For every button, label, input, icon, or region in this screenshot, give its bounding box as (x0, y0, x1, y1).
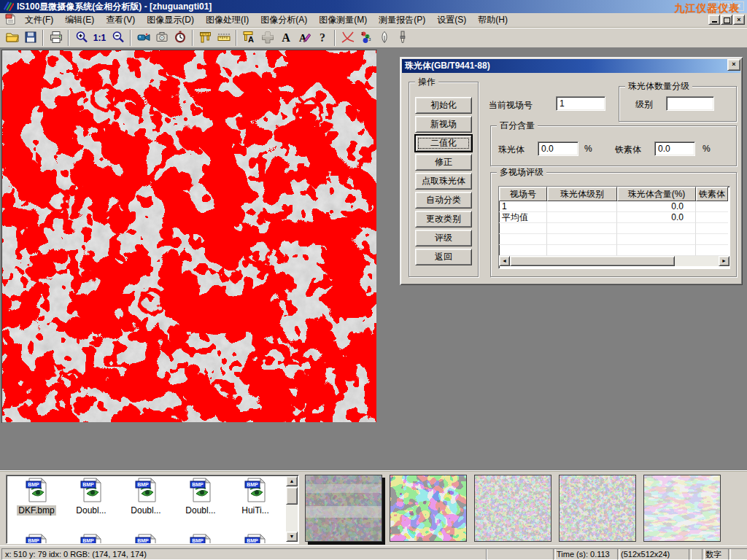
column-header-pearlite[interactable]: 珠光体含量(%) (617, 187, 696, 201)
restore-button[interactable] (721, 1, 732, 11)
return-button[interactable]: 返回 (415, 249, 472, 265)
menu-image-analysis[interactable]: 图像分析(A) (255, 12, 313, 28)
new-field-button[interactable]: 新视场 (415, 116, 472, 133)
pearlite-percent-input[interactable] (538, 141, 578, 156)
caliper-measure-button[interactable] (196, 29, 214, 47)
scrollbar-thumb[interactable] (286, 487, 298, 505)
menu-image-processing[interactable]: 图像处理(I) (200, 12, 255, 28)
column-header-ferrite[interactable]: 铁素体 (696, 187, 728, 201)
pen-icon (377, 30, 392, 47)
file-name: HuiTi... (240, 505, 271, 516)
mdi-restore-button[interactable] (721, 15, 732, 25)
photo-camera-icon (155, 30, 169, 47)
scrollbar-track[interactable] (675, 256, 719, 266)
brush-tool-button[interactable] (393, 29, 411, 47)
insert-text-button[interactable]: A (276, 29, 295, 47)
grade-button[interactable]: 评级 (415, 230, 472, 246)
clock-icon (173, 30, 187, 47)
scrollbar-thumb[interactable] (510, 256, 675, 266)
file-item[interactable]: BMP (228, 534, 282, 544)
table-row[interactable]: 平均值 0.0 (499, 212, 729, 223)
minimize-button[interactable] (708, 1, 719, 11)
ferrite-percent-input[interactable] (654, 141, 695, 156)
scroll-right-button[interactable]: ► (719, 256, 729, 266)
file-list: BMP DKF.bmp BMP Doubl... BMP Doubl... BM… (6, 475, 299, 544)
column-header-grade[interactable]: 珠光体级别 (547, 187, 617, 201)
menu-image-measure[interactable]: 图像测量(M) (313, 12, 373, 28)
multifield-group: 多视场评级 视场号 珠光体级别 珠光体含量(%) 铁素体 1 0.0 (490, 172, 737, 277)
file-item[interactable]: BMP DKF.bmp (9, 478, 63, 516)
table-row-empty[interactable] (499, 234, 729, 245)
svg-text:3: 3 (368, 37, 371, 42)
file-item[interactable]: BMP (174, 534, 228, 544)
file-list-scrollbar: ▲ ▼ (286, 476, 298, 542)
close-button[interactable]: × (733, 1, 744, 11)
thumbnail-2[interactable] (390, 475, 467, 542)
grade-input[interactable] (666, 96, 714, 111)
ruler-button[interactable] (214, 29, 233, 47)
menu-file[interactable]: 文件(F) (19, 12, 59, 28)
annotate-button[interactable]: A (295, 29, 313, 47)
scroll-left-button[interactable]: ◄ (499, 256, 510, 266)
pick-pearlite-button[interactable]: 点取珠光体 (415, 173, 472, 190)
thumbnail-5[interactable] (643, 475, 721, 542)
file-item[interactable]: BMP (64, 534, 118, 544)
file-item[interactable]: BMP (9, 534, 63, 544)
binarize-button[interactable]: 二值化 (415, 135, 472, 152)
question-mark-icon: ? (315, 30, 330, 47)
mdi-minimize-button[interactable] (708, 15, 720, 25)
pen-tool-button[interactable] (375, 29, 393, 47)
zoom-in-button[interactable] (72, 29, 90, 47)
merge-button[interactable] (258, 29, 276, 47)
menu-help[interactable]: 帮助(H) (472, 12, 514, 28)
mdi-workspace: 珠光体(GB/T9441-88) × 操作 初始化 新视场 二值化 修正 点取珠… (0, 48, 747, 470)
svg-text:BMP: BMP (82, 538, 94, 543)
video-capture-button[interactable] (134, 29, 152, 47)
micrograph-image[interactable] (1, 50, 377, 423)
svg-text:BMP: BMP (247, 482, 258, 487)
svg-text:A: A (282, 31, 290, 43)
file-item[interactable]: BMP Doubl... (64, 478, 118, 516)
scroll-down-button[interactable]: ▼ (286, 532, 298, 542)
help-button[interactable]: ? (313, 29, 331, 47)
table-row-empty[interactable] (499, 245, 729, 256)
svg-text:1: 1 (361, 31, 363, 36)
menu-measure-report[interactable]: 测量报告(P) (373, 12, 431, 28)
main-toolbar: 1:1 A A A ? 123 (0, 28, 747, 48)
table-row-empty[interactable] (499, 223, 729, 234)
dialog-close-button[interactable]: × (727, 59, 740, 71)
document-icon[interactable] (4, 13, 16, 27)
bmp-file-icon: BMP (134, 534, 158, 544)
table-row[interactable]: 1 0.0 (499, 201, 729, 212)
cell-pearlite: 0.0 (617, 212, 696, 223)
menu-edit[interactable]: 编辑(E) (59, 12, 100, 28)
spline-tool-button[interactable] (338, 29, 357, 47)
change-class-button[interactable]: 更改类别 (415, 211, 472, 228)
file-item[interactable]: BMP Doubl... (119, 478, 173, 516)
open-button[interactable] (3, 29, 21, 47)
file-item[interactable]: BMP HuiTi... (228, 478, 282, 516)
menu-view[interactable]: 查看(V) (100, 12, 141, 28)
menu-settings[interactable]: 设置(S) (431, 12, 472, 28)
mdi-close-button[interactable]: × (733, 15, 745, 25)
thumbnail-1[interactable] (305, 475, 382, 542)
auto-classify-button[interactable]: 自动分类 (415, 192, 472, 209)
correct-button[interactable]: 修正 (415, 154, 472, 171)
current-field-input[interactable] (556, 96, 605, 111)
save-button[interactable] (21, 29, 39, 47)
zoom-out-button[interactable] (109, 29, 127, 47)
measure-text-button[interactable]: A (240, 29, 258, 47)
timer-button[interactable] (171, 29, 189, 47)
photo-capture-button[interactable] (152, 29, 171, 47)
scroll-up-button[interactable]: ▲ (286, 476, 298, 486)
print-button[interactable] (47, 29, 65, 47)
thumbnail-4[interactable] (559, 475, 636, 542)
column-header-field[interactable]: 视场号 (499, 187, 547, 201)
thumbnail-3[interactable] (474, 475, 551, 542)
menu-image-display[interactable]: 图像显示(D) (141, 12, 200, 28)
file-item[interactable]: BMP Doubl... (174, 478, 228, 516)
file-item[interactable]: BMP (119, 534, 173, 544)
classify-tool-button[interactable]: 123 (357, 29, 375, 47)
initialize-button[interactable]: 初始化 (415, 97, 472, 114)
actual-size-button[interactable]: 1:1 (90, 29, 109, 47)
